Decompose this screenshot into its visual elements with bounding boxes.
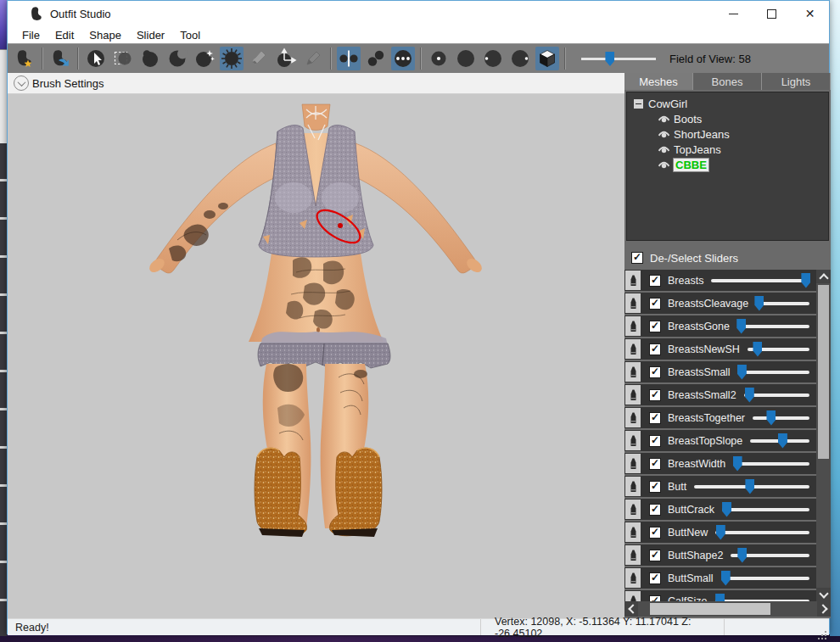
- tab-meshes[interactable]: Meshes: [624, 73, 693, 90]
- slider-track[interactable]: [715, 531, 809, 534]
- slider-thumb[interactable]: [722, 502, 731, 517]
- slider-checkbox[interactable]: [649, 504, 661, 516]
- connected-only-toggle[interactable]: [364, 47, 388, 70]
- slider-thumb[interactable]: [745, 388, 754, 403]
- fov-slider-track[interactable]: [581, 58, 656, 60]
- menu-slider[interactable]: Slider: [129, 28, 172, 42]
- eye-icon[interactable]: [658, 145, 670, 154]
- minimize-button[interactable]: [714, 1, 753, 26]
- menu-file[interactable]: File: [14, 28, 48, 42]
- menu-tool[interactable]: Tool: [172, 28, 208, 42]
- brush-strength-button[interactable]: [508, 47, 532, 70]
- fov-slider[interactable]: [581, 51, 656, 66]
- slider-edit-button[interactable]: [625, 385, 641, 405]
- slider-checkbox[interactable]: [649, 595, 661, 602]
- select-tool-button[interactable]: [84, 47, 108, 70]
- slider-thumb[interactable]: [801, 273, 810, 288]
- pen-tool-button[interactable]: [301, 47, 325, 70]
- eye-icon[interactable]: [658, 114, 670, 124]
- slider-track[interactable]: [721, 577, 810, 580]
- brush-spacing-button[interactable]: [481, 47, 505, 70]
- slider-track[interactable]: [711, 279, 809, 282]
- expander-minus-icon[interactable]: [634, 99, 643, 109]
- slider-track[interactable]: [722, 508, 809, 511]
- smooth-brush-button[interactable]: [193, 47, 216, 70]
- eye-icon[interactable]: [658, 130, 670, 139]
- slider-track[interactable]: [753, 416, 809, 420]
- mask-brush-button[interactable]: [111, 47, 135, 70]
- global-brush-toggle[interactable]: [391, 47, 415, 70]
- tree-item-boots[interactable]: Boots: [627, 111, 828, 126]
- tree-item-topjeans[interactable]: TopJeans: [627, 142, 828, 157]
- slider-thumb[interactable]: [753, 342, 762, 357]
- slider-thumb[interactable]: [733, 456, 742, 472]
- tree-item-cbbe[interactable]: CBBE: [627, 157, 828, 172]
- brush-focus-button[interactable]: [427, 47, 451, 70]
- slider-thumb[interactable]: [721, 571, 731, 586]
- new-project-button[interactable]: [13, 47, 36, 70]
- slider-edit-button[interactable]: [625, 316, 641, 336]
- slider-checkbox[interactable]: [649, 321, 661, 332]
- slider-track[interactable]: [733, 462, 809, 466]
- deselect-sliders-checkbox[interactable]: [631, 252, 643, 264]
- slider-checkbox[interactable]: [649, 481, 661, 493]
- viewport-3d[interactable]: [8, 94, 624, 618]
- paint-brush-button[interactable]: [247, 47, 271, 70]
- transform-tool-button[interactable]: [274, 47, 298, 70]
- slider-checkbox[interactable]: [649, 435, 661, 447]
- slider-checkbox[interactable]: [649, 389, 661, 401]
- slider-edit-button[interactable]: [625, 362, 641, 382]
- slider-edit-button[interactable]: [625, 522, 641, 542]
- slider-thumb[interactable]: [736, 319, 746, 334]
- load-project-button[interactable]: [48, 47, 72, 70]
- slider-thumb[interactable]: [745, 479, 754, 494]
- slider-thumb[interactable]: [778, 433, 787, 449]
- slider-track[interactable]: [744, 394, 809, 397]
- maximize-button[interactable]: [753, 1, 791, 26]
- slider-track[interactable]: [694, 485, 809, 488]
- deselect-sliders-header[interactable]: De-/Select Sliders: [624, 246, 831, 270]
- slider-edit-button[interactable]: [625, 431, 641, 450]
- slider-checkbox[interactable]: [649, 572, 661, 584]
- slider-edit-button[interactable]: [625, 477, 641, 496]
- slider-thumb[interactable]: [716, 525, 725, 540]
- slider-edit-button[interactable]: [625, 271, 641, 290]
- slider-track[interactable]: [738, 371, 809, 374]
- tab-lights[interactable]: Lights: [762, 73, 831, 90]
- slider-thumb[interactable]: [737, 365, 747, 380]
- toggle-visibility-button[interactable]: [535, 47, 559, 70]
- slider-edit-button[interactable]: [625, 293, 641, 313]
- scroll-up-arrow-icon[interactable]: [816, 270, 831, 283]
- slider-edit-button[interactable]: [625, 339, 641, 359]
- menu-edit[interactable]: Edit: [48, 28, 81, 42]
- slider-checkbox[interactable]: [649, 458, 661, 470]
- resize-grip-icon[interactable]: [825, 631, 826, 633]
- slider-checkbox[interactable]: [649, 527, 661, 539]
- slider-track[interactable]: [731, 554, 809, 557]
- slider-checkbox[interactable]: [649, 298, 661, 310]
- eye-icon[interactable]: [658, 160, 670, 170]
- slider-track[interactable]: [756, 302, 809, 305]
- slider-thumb[interactable]: [766, 410, 776, 426]
- slider-edit-button[interactable]: [625, 568, 641, 588]
- slider-edit-button[interactable]: [625, 545, 641, 565]
- slider-track[interactable]: [748, 348, 809, 351]
- slider-edit-button[interactable]: [625, 454, 641, 473]
- tree-item-shortjeans[interactable]: ShortJeans: [627, 126, 828, 142]
- fov-slider-thumb[interactable]: [605, 52, 614, 66]
- horizontal-scrollbar[interactable]: [624, 601, 831, 617]
- slider-track[interactable]: [750, 439, 809, 443]
- slider-checkbox[interactable]: [649, 550, 661, 561]
- vertical-scrollbar-thumb[interactable]: [818, 285, 829, 459]
- slider-edit-button[interactable]: [625, 591, 641, 601]
- slider-edit-button[interactable]: [625, 408, 641, 427]
- slider-checkbox[interactable]: [649, 366, 661, 378]
- horizontal-scrollbar-thumb[interactable]: [650, 603, 770, 615]
- menu-shape[interactable]: Shape: [81, 28, 129, 42]
- slider-thumb[interactable]: [737, 548, 747, 563]
- move-brush-button[interactable]: [220, 47, 244, 70]
- slider-thumb[interactable]: [754, 296, 764, 311]
- scroll-left-arrow-icon[interactable]: [624, 601, 638, 617]
- inflate-brush-button[interactable]: [138, 47, 162, 70]
- slider-edit-button[interactable]: [625, 500, 641, 519]
